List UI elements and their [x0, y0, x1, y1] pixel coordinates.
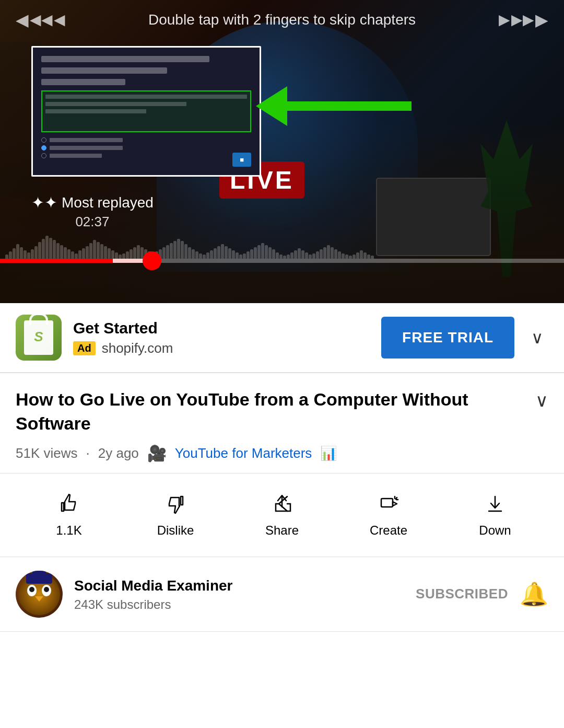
channel-subscriber-count: 243K subscribers	[74, 597, 404, 612]
channel-name-text: YouTube for Marketers	[175, 445, 312, 461]
owl-beak	[35, 596, 43, 602]
most-replayed-overlay: ✦✦ Most replayed 02:37	[31, 193, 154, 230]
radio-line-3	[50, 154, 102, 158]
channel-section: Social Media Examiner 243K subscribers S…	[0, 557, 564, 632]
skip-back2-icon[interactable]: ◀	[54, 13, 65, 27]
preview-line-3	[41, 79, 125, 85]
channel-chart-icon: 📊	[320, 445, 337, 461]
shopify-logo: S	[16, 315, 62, 361]
dislike-label: Dislike	[157, 523, 194, 538]
thumbs-up-icon	[57, 492, 80, 519]
arrow-right-icon[interactable]: ▶	[535, 11, 548, 28]
video-title-chevron-icon[interactable]: ∨	[535, 390, 548, 411]
svg-marker-1	[393, 502, 397, 506]
owl-face	[18, 573, 60, 615]
channel-link[interactable]: YouTube for Marketers	[175, 445, 312, 461]
preview-line-1	[41, 56, 209, 62]
preview-gline-2	[45, 102, 186, 106]
shopify-s-letter: S	[34, 329, 43, 345]
arrow-left-icon[interactable]: ◀	[16, 11, 29, 28]
thumbs-down-icon	[164, 492, 187, 519]
preview-blue-button: ■	[232, 153, 251, 167]
subscribe-button[interactable]: SUBSCRIBED	[416, 580, 508, 608]
video-player[interactable]: LIVE ◀ ◀◀ ◀ Double tap with 2 fingers to…	[0, 0, 564, 303]
preview-radio-1	[41, 137, 251, 143]
meta-separator-1: ·	[86, 445, 90, 461]
notification-bell-icon[interactable]: 🔔	[520, 581, 548, 608]
channel-name-text: Social Media Examiner	[74, 576, 404, 595]
owl-eyes	[27, 585, 51, 596]
video-age: 2y ago	[98, 445, 139, 461]
shopify-bag-icon: S	[24, 320, 53, 355]
skip-forward2-icon[interactable]: ▶▶	[511, 13, 534, 27]
preview-green-box	[41, 90, 251, 132]
share-icon	[271, 492, 293, 519]
share-label: Share	[265, 523, 299, 538]
most-replayed-time: 02:37	[31, 214, 154, 230]
video-title-row: How to Go Live on YouTube from a Compute…	[16, 388, 548, 436]
ad-badge: Ad	[73, 341, 96, 355]
skip-forward-controls[interactable]: ▶ ▶▶ ▶	[499, 11, 548, 28]
download-label: Down	[479, 523, 511, 538]
player-top-bar: ◀ ◀◀ ◀ Double tap with 2 fingers to skip…	[0, 0, 564, 40]
most-replayed-title: ✦✦ Most replayed	[31, 193, 154, 212]
radio-line-1	[50, 138, 123, 142]
like-button[interactable]: 1.1K	[16, 484, 122, 546]
skip-hint-text: Double tap with 2 fingers to skip chapte…	[76, 11, 488, 28]
video-info-section: How to Go Live on YouTube from a Compute…	[0, 373, 564, 473]
ad-subtitle-row: Ad shopify.com	[73, 340, 370, 356]
owl-left-eye	[27, 585, 37, 596]
chapter-thumbnail-preview: ■	[31, 46, 261, 177]
skip-forward-icon[interactable]: ▶	[499, 13, 510, 27]
preview-gline-3	[45, 109, 146, 113]
preview-radio-group	[41, 137, 251, 158]
channel-camera-icon: 🎥	[147, 444, 167, 463]
sparkle-icon: ✦✦	[31, 193, 57, 212]
skip-back-controls[interactable]: ◀ ◀◀ ◀	[16, 11, 65, 28]
create-label: Create	[370, 523, 407, 538]
channel-info: Social Media Examiner 243K subscribers	[74, 576, 404, 612]
radio-circle-1	[41, 137, 46, 143]
ad-title: Get Started	[73, 319, 370, 337]
create-button[interactable]: Create	[335, 484, 442, 546]
arrow-head	[256, 86, 287, 126]
download-icon	[484, 492, 507, 519]
preview-radio-3	[41, 153, 251, 158]
preview-line-2	[41, 67, 167, 74]
radio-line-2	[50, 146, 123, 150]
video-meta: 51K views · 2y ago 🎥 YouTube for Markete…	[16, 444, 548, 463]
ad-chevron-down-icon[interactable]: ∨	[526, 322, 548, 353]
preview-gline-1	[45, 95, 247, 99]
waveform	[0, 233, 564, 259]
radio-circle-2	[41, 145, 46, 151]
download-button[interactable]: Down	[442, 484, 548, 546]
most-replayed-label: Most replayed	[62, 194, 154, 211]
create-icon	[377, 492, 400, 519]
skip-back-icon[interactable]: ◀◀	[30, 13, 53, 27]
owl-right-eye	[42, 585, 51, 596]
svg-line-3	[396, 498, 397, 499]
preview-radio-2	[41, 145, 251, 151]
svg-rect-0	[381, 499, 393, 507]
channel-avatar[interactable]	[16, 571, 63, 618]
ad-text-group: Get Started Ad shopify.com	[73, 319, 370, 356]
progress-track[interactable]	[0, 259, 564, 263]
radio-circle-3	[41, 153, 46, 158]
green-arrow	[256, 86, 412, 126]
action-buttons-row: 1.1K Dislike Share	[0, 473, 564, 557]
progress-bar-container[interactable]	[0, 233, 564, 274]
video-title: How to Go Live on YouTube from a Compute…	[16, 388, 525, 436]
progress-scrubber[interactable]	[143, 251, 161, 270]
ad-banner: S Get Started Ad shopify.com FREE TRIAL …	[0, 303, 564, 373]
dislike-button[interactable]: Dislike	[122, 484, 229, 546]
ad-domain: shopify.com	[102, 340, 173, 356]
like-count: 1.1K	[56, 523, 81, 538]
arrow-shaft	[286, 101, 412, 111]
share-button[interactable]: Share	[229, 484, 335, 546]
owl-hat	[26, 573, 52, 584]
view-count: 51K views	[16, 445, 78, 461]
free-trial-button[interactable]: FREE TRIAL	[381, 317, 514, 359]
